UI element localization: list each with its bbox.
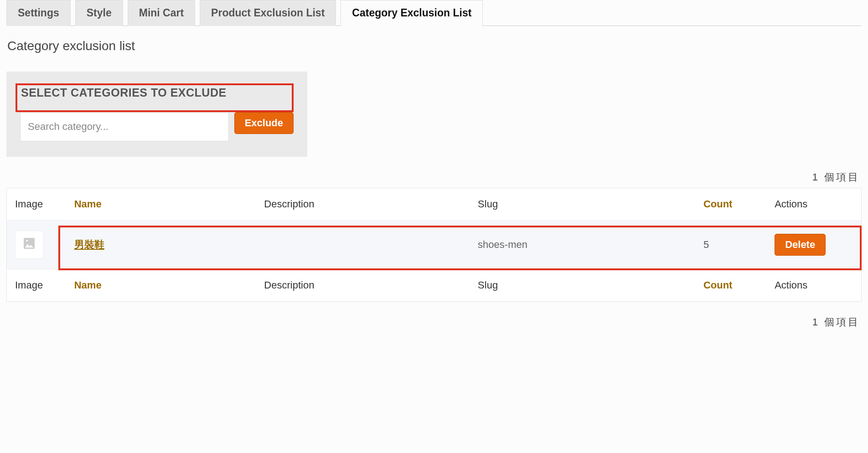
tab-settings[interactable]: Settings xyxy=(6,0,71,26)
col-actions: Actions xyxy=(766,188,861,221)
col-image: Image xyxy=(7,188,66,221)
tab-product-exclusion[interactable]: Product Exclusion List xyxy=(200,0,336,26)
category-search-input[interactable] xyxy=(20,112,229,141)
row-name-link[interactable]: 男裝鞋 xyxy=(74,239,104,250)
row-image-placeholder xyxy=(15,231,43,259)
exclusion-table: Image Name Description Slug Count Action… xyxy=(6,188,862,302)
page-title: Category exclusion list xyxy=(7,39,862,53)
col-slug-footer: Slug xyxy=(470,269,695,302)
tab-category-exclusion[interactable]: Category Exclusion List xyxy=(341,0,483,26)
tab-style[interactable]: Style xyxy=(75,0,123,26)
col-actions-footer: Actions xyxy=(766,269,861,302)
annotation-highlight-heading: SELECT CATEGORIES TO EXCLUDE xyxy=(16,83,294,112)
col-description: Description xyxy=(256,188,470,221)
row-description xyxy=(256,221,470,269)
tab-bar: Settings Style Mini Cart Product Exclusi… xyxy=(6,0,862,26)
table-row: 男裝鞋 shoes-men 5 Delete xyxy=(7,221,862,269)
item-count-top: 1 個項目 xyxy=(6,170,860,184)
col-image-footer: Image xyxy=(7,269,66,302)
tab-mini-cart[interactable]: Mini Cart xyxy=(128,0,195,26)
table-header-row: Image Name Description Slug Count Action… xyxy=(7,188,862,221)
panel-heading: SELECT CATEGORIES TO EXCLUDE xyxy=(21,86,227,99)
col-description-footer: Description xyxy=(256,269,470,302)
exclude-panel: SELECT CATEGORIES TO EXCLUDE Exclude xyxy=(6,72,307,157)
delete-button[interactable]: Delete xyxy=(775,234,826,256)
table-footer-row: Image Name Description Slug Count Action… xyxy=(7,269,862,302)
row-count: 5 xyxy=(695,221,766,269)
row-slug: shoes-men xyxy=(470,221,695,269)
col-name-footer[interactable]: Name xyxy=(74,279,102,291)
col-name[interactable]: Name xyxy=(74,198,102,210)
col-count-footer[interactable]: Count xyxy=(703,279,733,291)
col-slug: Slug xyxy=(470,188,695,221)
exclude-button[interactable]: Exclude xyxy=(234,112,294,134)
col-count[interactable]: Count xyxy=(703,198,733,210)
image-placeholder-icon xyxy=(22,236,36,253)
item-count-bottom: 1 個項目 xyxy=(6,315,860,329)
